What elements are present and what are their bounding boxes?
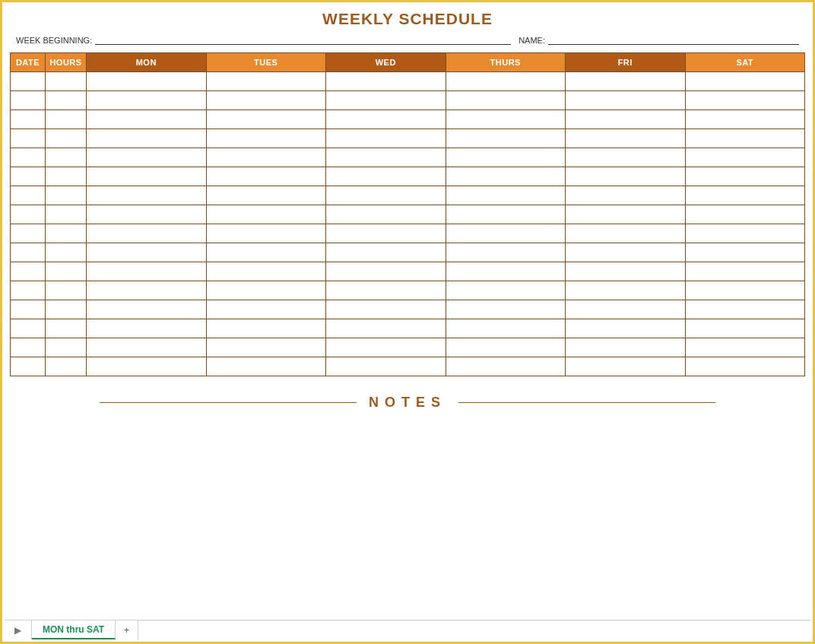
table-cell[interactable]: [326, 319, 446, 338]
table-cell[interactable]: [206, 167, 326, 186]
table-cell[interactable]: [87, 91, 207, 110]
table-cell[interactable]: [446, 281, 566, 300]
table-cell[interactable]: [446, 186, 566, 205]
table-cell[interactable]: [566, 262, 686, 281]
table-cell[interactable]: [206, 186, 326, 205]
table-cell[interactable]: [685, 300, 805, 319]
table-cell[interactable]: [87, 129, 207, 148]
table-cell[interactable]: [446, 224, 566, 243]
table-cell[interactable]: [326, 91, 446, 110]
table-cell[interactable]: [446, 205, 566, 224]
table-cell[interactable]: [685, 243, 805, 262]
table-cell[interactable]: [566, 338, 686, 357]
table-cell[interactable]: [206, 110, 326, 129]
table-cell[interactable]: [446, 148, 566, 167]
sheet-tab-active[interactable]: MON thru SAT: [32, 620, 116, 639]
table-cell[interactable]: [87, 148, 207, 167]
table-cell[interactable]: [685, 338, 805, 357]
table-cell[interactable]: [685, 205, 805, 224]
table-cell[interactable]: [87, 167, 207, 186]
table-cell[interactable]: [206, 205, 326, 224]
table-cell[interactable]: [685, 148, 805, 167]
table-cell[interactable]: [87, 357, 207, 376]
table-cell[interactable]: [326, 72, 446, 91]
table-cell[interactable]: [685, 357, 805, 376]
add-sheet-button[interactable]: +: [116, 620, 138, 639]
table-cell[interactable]: [46, 110, 87, 129]
table-cell[interactable]: [46, 148, 87, 167]
table-cell[interactable]: [11, 167, 46, 186]
table-cell[interactable]: [46, 262, 87, 281]
table-cell[interactable]: [566, 72, 686, 91]
table-cell[interactable]: [11, 148, 46, 167]
table-cell[interactable]: [206, 262, 326, 281]
table-cell[interactable]: [566, 186, 686, 205]
table-cell[interactable]: [206, 91, 326, 110]
table-cell[interactable]: [685, 129, 805, 148]
table-cell[interactable]: [206, 281, 326, 300]
table-cell[interactable]: [326, 300, 446, 319]
table-cell[interactable]: [46, 338, 87, 357]
table-cell[interactable]: [326, 338, 446, 357]
table-cell[interactable]: [326, 110, 446, 129]
table-cell[interactable]: [685, 91, 805, 110]
table-cell[interactable]: [87, 262, 207, 281]
table-cell[interactable]: [46, 224, 87, 243]
table-cell[interactable]: [566, 110, 686, 129]
table-cell[interactable]: [206, 243, 326, 262]
table-cell[interactable]: [566, 281, 686, 300]
table-cell[interactable]: [46, 205, 87, 224]
table-cell[interactable]: [206, 357, 326, 376]
table-cell[interactable]: [206, 338, 326, 357]
table-cell[interactable]: [87, 300, 207, 319]
table-cell[interactable]: [11, 300, 46, 319]
table-cell[interactable]: [87, 110, 207, 129]
table-cell[interactable]: [566, 148, 686, 167]
table-cell[interactable]: [206, 319, 326, 338]
table-cell[interactable]: [326, 129, 446, 148]
table-cell[interactable]: [566, 300, 686, 319]
table-cell[interactable]: [46, 357, 87, 376]
table-cell[interactable]: [87, 281, 207, 300]
table-cell[interactable]: [446, 243, 566, 262]
table-cell[interactable]: [566, 319, 686, 338]
table-cell[interactable]: [87, 205, 207, 224]
table-cell[interactable]: [566, 205, 686, 224]
table-cell[interactable]: [46, 72, 87, 91]
table-cell[interactable]: [566, 357, 686, 376]
table-cell[interactable]: [11, 319, 46, 338]
table-cell[interactable]: [446, 357, 566, 376]
table-cell[interactable]: [87, 243, 207, 262]
table-cell[interactable]: [446, 110, 566, 129]
table-cell[interactable]: [11, 72, 46, 91]
sheet-nav-button[interactable]: ▶: [5, 620, 32, 639]
table-cell[interactable]: [326, 243, 446, 262]
table-cell[interactable]: [685, 186, 805, 205]
table-cell[interactable]: [566, 91, 686, 110]
table-cell[interactable]: [566, 243, 686, 262]
table-cell[interactable]: [566, 129, 686, 148]
table-cell[interactable]: [446, 338, 566, 357]
table-cell[interactable]: [685, 167, 805, 186]
table-cell[interactable]: [446, 167, 566, 186]
table-cell[interactable]: [446, 262, 566, 281]
table-cell[interactable]: [326, 224, 446, 243]
table-cell[interactable]: [11, 186, 46, 205]
table-cell[interactable]: [11, 243, 46, 262]
week-beginning-input[interactable]: [95, 34, 511, 45]
table-cell[interactable]: [206, 300, 326, 319]
table-cell[interactable]: [87, 186, 207, 205]
table-cell[interactable]: [446, 72, 566, 91]
table-cell[interactable]: [446, 129, 566, 148]
table-cell[interactable]: [46, 91, 87, 110]
table-cell[interactable]: [87, 319, 207, 338]
table-cell[interactable]: [11, 91, 46, 110]
table-cell[interactable]: [326, 205, 446, 224]
table-cell[interactable]: [685, 224, 805, 243]
table-cell[interactable]: [46, 167, 87, 186]
table-cell[interactable]: [46, 300, 87, 319]
table-cell[interactable]: [446, 319, 566, 338]
name-input[interactable]: [548, 34, 799, 45]
table-cell[interactable]: [46, 319, 87, 338]
table-cell[interactable]: [11, 205, 46, 224]
